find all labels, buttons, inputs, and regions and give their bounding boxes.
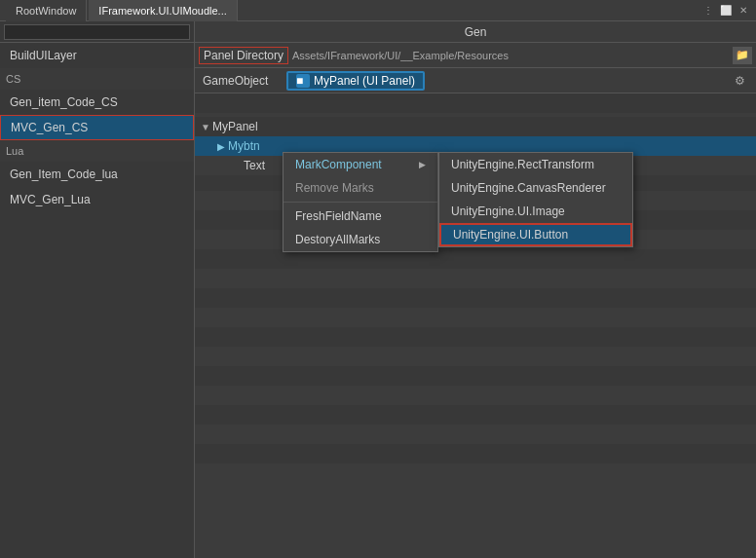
submenu-arrow-icon: ▶ [419,160,426,169]
arrow-mypanel: ▼ [199,122,212,132]
label-mybtn: Mybtn [228,139,260,153]
minimize-button[interactable]: ⋮ [701,4,715,18]
title-bar: RootWindow IFramework.UI.UIMoudle... ⋮ ⬜… [0,0,756,21]
arrow-mybtn: ▶ [214,141,228,152]
sidebar-item-mvc-gen-lua[interactable]: MVC_Gen_Lua [0,187,194,212]
ctx-destory-all-marks[interactable]: DestoryAllMarks [284,228,437,251]
tab-list: RootWindow IFramework.UI.UIMoudle... [6,0,701,21]
sidebar-item-gen-item-code-cs[interactable]: Gen_item_Code_CS [0,90,194,115]
sidebar-section-cs: CS [0,68,194,90]
sidebar-item-builduielayer[interactable]: BuildUILayer [0,43,194,68]
gameobject-value[interactable]: ■ MyPanel (UI Panel) [286,71,425,91]
label-mypanel: MyPanel [212,120,258,133]
ctx-fresh-field-name[interactable]: FreshFieldName [284,205,437,228]
tree-area: Name Mark FieldName [195,93,756,558]
panel-directory-row: Panel Directory Assets/IFramework/UI/__E… [195,43,756,68]
panel-icon: ■ [296,74,310,88]
submenu-item-rect-transform[interactable]: UnityEngine.RectTransform [439,153,632,176]
label-text: Text [244,159,265,172]
content-area: Gen Panel Directory Assets/IFramework/UI… [195,21,756,558]
gameobject-row: GameObject ■ MyPanel (UI Panel) ⚙ [195,68,756,93]
submenu-item-ui-button[interactable]: UnityEngine.UI.Button [439,223,632,246]
sidebar: BuildUILayer CS Gen_item_Code_CS MVC_Gen… [0,21,195,558]
context-menu: MarkComponent ▶ Remove Marks FreshFieldN… [283,152,438,252]
tab-rootwindow[interactable]: RootWindow [6,0,87,21]
submenu: UnityEngine.RectTransform UnityEngine.Ca… [438,152,633,247]
sidebar-section-lua: Lua [0,140,194,162]
submenu-item-ui-image[interactable]: UnityEngine.UI.Image [439,200,632,223]
tab-iframework[interactable]: IFramework.UI.UIMoudle... [89,0,237,21]
window-actions: ⋮ ⬜ ✕ [701,4,750,18]
ctx-remove-marks[interactable]: Remove Marks [284,176,437,200]
gen-header: Gen [195,21,756,43]
sidebar-item-gen-item-code-lua[interactable]: Gen_Item_Code_lua [0,162,194,187]
settings-icon[interactable]: ⚙ [731,72,748,90]
restore-button[interactable]: ⬜ [719,4,733,18]
search-input[interactable] [4,24,190,40]
panel-directory-label: Panel Directory [199,47,288,64]
ctx-mark-component[interactable]: MarkComponent ▶ [284,153,437,176]
sidebar-item-mvc-gen-cs[interactable]: MVC_Gen_CS [0,115,194,140]
panel-directory-path: Assets/IFramework/UI/__Example/Resources [292,50,729,61]
submenu-item-canvas-renderer[interactable]: UnityEngine.CanvasRenderer [439,176,632,200]
close-button[interactable]: ✕ [737,4,750,18]
folder-browse-button[interactable]: 📁 [733,47,752,64]
sidebar-search [0,21,194,43]
gameobject-label: GameObject [203,74,281,88]
main-layout: BuildUILayer CS Gen_item_Code_CS MVC_Gen… [0,21,756,558]
ctx-divider [284,202,437,203]
tree-row-mypanel[interactable]: ▼ MyPanel [195,117,756,136]
sidebar-items: BuildUILayer CS Gen_item_Code_CS MVC_Gen… [0,43,194,558]
